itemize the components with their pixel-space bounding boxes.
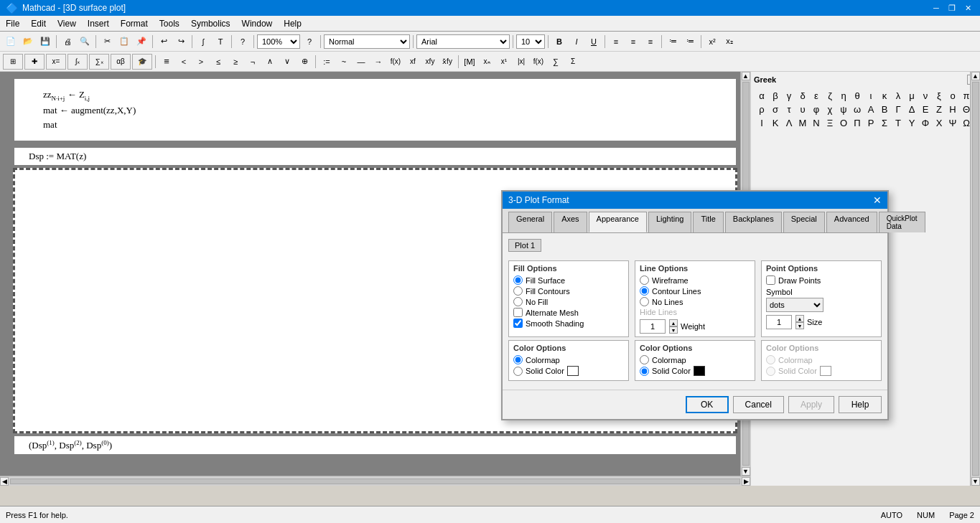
math-btn-5[interactable]: ∑ₓ [89, 54, 109, 70]
greek-char[interactable]: δ [796, 89, 809, 102]
greek-char[interactable]: Φ [919, 116, 932, 129]
op-sub[interactable]: xₙ [479, 54, 495, 70]
op-lt[interactable]: < [176, 54, 192, 70]
underline-button[interactable]: U [586, 34, 602, 50]
restore-button[interactable]: ❐ [946, 1, 958, 14]
italic-button[interactable]: I [569, 34, 584, 50]
menu-window[interactable]: Window [236, 16, 279, 31]
line-color-swatch[interactable] [694, 366, 705, 376]
menu-edit[interactable]: Edit [25, 16, 52, 31]
fill-surface-radio[interactable] [513, 275, 523, 285]
greek-char[interactable]: Ι [755, 116, 768, 129]
greek-char[interactable]: ε [810, 89, 823, 102]
zoom-dropdown[interactable]: 100% [257, 34, 300, 49]
greek-char[interactable]: χ [823, 103, 836, 116]
op-leq[interactable]: ≤ [210, 54, 226, 70]
no-lines-radio[interactable] [640, 297, 649, 306]
tab-lighting[interactable]: Lighting [648, 212, 692, 232]
smooth-shading-checkbox[interactable] [513, 319, 523, 328]
print-preview-button[interactable]: 🔍 [77, 34, 93, 50]
greek-char[interactable]: Π [851, 116, 864, 129]
op-xfy[interactable]: xfy [422, 54, 438, 70]
greek-char[interactable]: ω [851, 103, 864, 116]
insert-text-button[interactable]: T [213, 34, 228, 50]
size-down[interactable]: ▼ [795, 322, 804, 329]
apply-button[interactable]: Apply [788, 396, 834, 413]
size-spinner[interactable]: ▲ ▼ [795, 315, 804, 329]
greek-char[interactable]: Μ [796, 116, 809, 129]
greek-char[interactable]: Ξ [823, 116, 836, 129]
greek-char[interactable]: Ρ [864, 116, 877, 129]
super-button[interactable]: x² [704, 34, 720, 50]
greek-char[interactable]: Κ [769, 116, 782, 129]
align-right-button[interactable]: ≡ [643, 34, 658, 50]
greek-char[interactable]: Λ [783, 116, 795, 129]
size-input[interactable] [766, 315, 792, 329]
point-solid-radio[interactable] [766, 367, 775, 376]
fill-solid-radio[interactable] [513, 367, 523, 376]
v-scrollbar-greek[interactable]: ▲ ▼ [970, 72, 980, 486]
ok-button[interactable]: OK [686, 396, 729, 413]
line-colormap-radio[interactable] [640, 355, 649, 364]
save-button[interactable]: 💾 [37, 34, 53, 50]
point-colormap-radio[interactable] [766, 355, 775, 364]
greek-char[interactable]: ο [946, 89, 959, 102]
greek-char[interactable]: ν [919, 89, 932, 102]
op-assign[interactable]: := [319, 54, 335, 70]
greek-char[interactable]: γ [783, 89, 795, 102]
tab-backplanes[interactable]: Backplanes [725, 212, 782, 232]
menu-view[interactable]: View [52, 16, 82, 31]
op-or[interactable]: ∨ [279, 54, 295, 70]
op-tilde[interactable]: ~ [336, 54, 352, 70]
op-sigma[interactable]: ∑ [548, 54, 564, 70]
greek-char[interactable]: Ζ [933, 103, 946, 116]
op-xyf[interactable]: x̄fy [439, 54, 455, 70]
help-button[interactable]: Help [839, 396, 882, 413]
no-fill-radio[interactable] [513, 297, 523, 306]
draw-points-checkbox[interactable] [766, 275, 775, 285]
op-bar[interactable]: — [353, 54, 369, 70]
greek-char[interactable]: Χ [933, 116, 946, 129]
fill-colormap-radio[interactable] [513, 355, 523, 364]
scroll-thumb-greek[interactable] [972, 82, 979, 476]
greek-char[interactable]: Ο [837, 116, 850, 129]
greek-char[interactable]: τ [783, 103, 795, 116]
greek-char[interactable]: κ [878, 89, 891, 102]
font-size-dropdown[interactable]: 10 [516, 34, 545, 49]
weight-down[interactable]: ▼ [669, 326, 678, 334]
op-neg[interactable]: ¬ [245, 54, 261, 70]
fill-color-swatch[interactable] [567, 366, 579, 376]
open-button[interactable]: 📂 [20, 34, 36, 50]
greek-char[interactable]: α [755, 89, 768, 102]
math-btn-4[interactable]: ∫ₓ [67, 54, 88, 70]
greek-char[interactable]: η [837, 89, 850, 102]
weight-spinner[interactable]: ▲ ▼ [669, 319, 678, 334]
greek-char[interactable]: Γ [892, 103, 905, 116]
insert-math-button[interactable]: ∫ [195, 34, 211, 50]
greek-char[interactable]: Τ [892, 116, 905, 129]
greek-char[interactable]: ι [864, 89, 877, 102]
greek-char[interactable]: β [769, 89, 782, 102]
redo-button[interactable]: ↪ [173, 34, 189, 50]
greek-char[interactable]: Α [864, 103, 877, 116]
symbol-select[interactable]: dots x + box diamond [766, 298, 823, 312]
tab-axes[interactable]: Axes [554, 212, 587, 232]
tab-quickplot[interactable]: QuickPlot Data [879, 212, 925, 232]
greek-char[interactable]: θ [851, 89, 864, 102]
line-solid-radio[interactable] [640, 367, 649, 376]
greek-char[interactable]: Σ [878, 116, 891, 129]
undo-button[interactable]: ↩ [156, 34, 172, 50]
paste-button[interactable]: 📌 [134, 34, 149, 50]
op-sup2[interactable]: x¹ [496, 54, 512, 70]
cut-button[interactable]: ✂ [99, 34, 115, 50]
cancel-button[interactable]: Cancel [733, 396, 784, 413]
op-gt[interactable]: > [193, 54, 209, 70]
align-center-button[interactable]: ≡ [625, 34, 641, 50]
greek-char[interactable]: Υ [905, 116, 918, 129]
close-button[interactable]: ✕ [961, 1, 974, 14]
greek-char[interactable]: σ [769, 103, 782, 116]
tab-general[interactable]: General [508, 212, 552, 232]
menu-insert[interactable]: Insert [82, 16, 115, 31]
math-btn-6[interactable]: αβ [111, 54, 131, 70]
scroll-down-greek[interactable]: ▼ [971, 477, 980, 486]
